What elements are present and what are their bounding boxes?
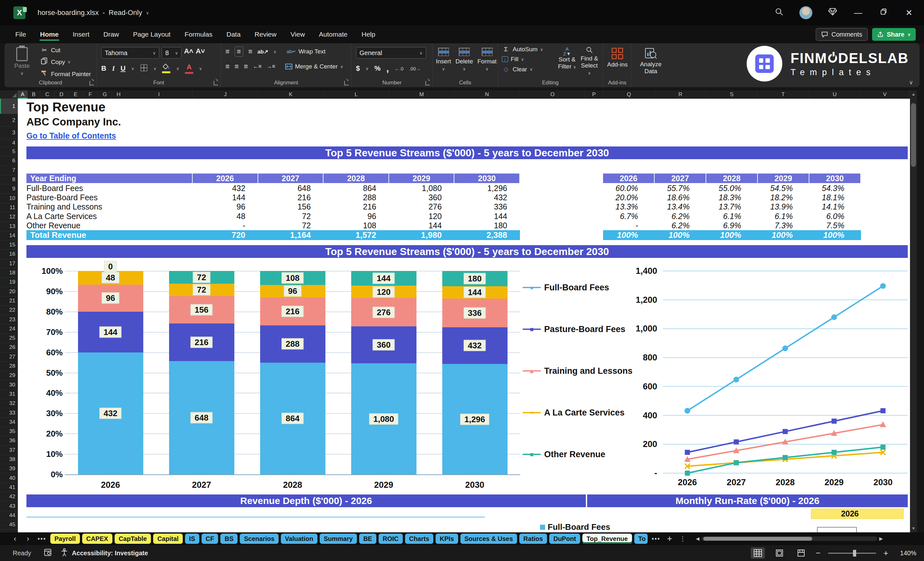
scroll-down-arrow[interactable]: ▼ xyxy=(910,525,917,532)
sheet-tab-captable[interactable]: CapTable xyxy=(115,534,151,544)
column-header-P[interactable]: P xyxy=(585,90,603,99)
sheet-tab-is[interactable]: IS xyxy=(185,534,200,544)
cell-value[interactable]: 1,296 xyxy=(454,184,520,193)
row-header-27[interactable]: 27 xyxy=(0,352,18,362)
sheet-tab-summary[interactable]: Summary xyxy=(320,534,357,544)
row-header-12[interactable]: 12 xyxy=(0,212,18,222)
row-header-43[interactable]: 43 xyxy=(0,501,18,511)
sheet-tab-valuation[interactable]: Valuation xyxy=(281,534,318,544)
sheet-tab-ratios[interactable]: Ratios xyxy=(519,534,547,544)
column-header-K[interactable]: K xyxy=(258,90,324,99)
collapse-ribbon-chevron[interactable]: ∨ xyxy=(909,79,913,86)
align-left-button[interactable]: ≡ xyxy=(225,62,230,70)
total-value[interactable]: 1,572 xyxy=(324,230,389,240)
sheet-tab-payroll[interactable]: Payroll xyxy=(50,534,80,544)
row-header-44[interactable]: 44 xyxy=(0,511,18,520)
cell-value[interactable]: 144 xyxy=(193,193,258,202)
pct-cell-value[interactable]: 13.3% xyxy=(603,202,655,212)
decrease-indent-button[interactable]: ←≡ xyxy=(253,63,262,70)
zoom-level[interactable]: 140% xyxy=(896,549,916,557)
row-header-40[interactable]: 40 xyxy=(0,474,18,483)
comma-format-button[interactable]: , xyxy=(386,63,389,74)
increase-decimal-button[interactable]: ←.0 xyxy=(395,66,404,71)
tab-more-right[interactable]: ••• xyxy=(650,535,662,543)
sheet-tab-be[interactable]: BE xyxy=(359,534,376,544)
row-header-36[interactable]: 36 xyxy=(0,436,18,446)
pct-total-value[interactable]: 100% xyxy=(603,230,655,240)
share-button[interactable]: Share ∨ xyxy=(872,28,916,41)
zoom-out-button[interactable]: − xyxy=(816,548,820,558)
runrate-year-cell[interactable]: 2026 xyxy=(811,508,904,519)
ribbon-tab-draw[interactable]: Draw xyxy=(98,27,125,41)
increase-indent-button[interactable]: →≡ xyxy=(267,63,275,70)
column-header-N[interactable]: N xyxy=(454,90,520,99)
sheet-tab-to[interactable]: To xyxy=(634,534,648,544)
column-header-S[interactable]: S xyxy=(706,90,758,99)
cell-value[interactable]: 96 xyxy=(193,202,258,212)
gem-premium-icon[interactable] xyxy=(827,8,838,18)
row-header-3[interactable]: 3 xyxy=(0,127,18,139)
ribbon-tab-view[interactable]: View xyxy=(285,27,310,41)
accessibility-status[interactable]: Accessibility: Investigate xyxy=(72,549,148,557)
page-layout-view-button[interactable] xyxy=(772,547,786,559)
pct-cell-value[interactable]: 18.6% xyxy=(655,193,706,202)
row-label[interactable]: Full-Board Fees xyxy=(26,184,193,193)
autosum-button[interactable]: ΣAutoSum ∨ xyxy=(502,46,543,53)
column-header-M[interactable]: M xyxy=(389,90,454,99)
pct-cell-value[interactable]: 6.2% xyxy=(655,212,706,221)
accessibility-icon[interactable] xyxy=(60,548,68,558)
pct-cell-value[interactable]: 13.4% xyxy=(655,202,706,212)
pct-cell-value[interactable]: 20.0% xyxy=(603,193,655,202)
pct-total-value[interactable]: 100% xyxy=(655,230,706,240)
row-label[interactable]: A La Carte Services xyxy=(26,212,193,221)
row-header-8[interactable]: 8 xyxy=(0,175,18,184)
column-header-E[interactable]: E xyxy=(69,90,83,99)
row-header-20[interactable]: 20 xyxy=(0,287,18,296)
cell-value[interactable]: 156 xyxy=(258,202,324,212)
column-header-V[interactable]: V xyxy=(861,90,909,99)
row-header-34[interactable]: 34 xyxy=(0,418,18,427)
clear-button[interactable]: ◇Clear ∨ xyxy=(502,66,543,73)
cell-value[interactable]: 360 xyxy=(389,193,454,202)
row-header-16[interactable]: 16 xyxy=(0,250,18,259)
cell-value[interactable]: 72 xyxy=(258,221,324,230)
pct-cell-value[interactable]: 54.3% xyxy=(809,184,861,193)
row-header-35[interactable]: 35 xyxy=(0,427,18,436)
pct-cell-value[interactable]: 18.2% xyxy=(758,193,809,202)
sheet-tab-capex[interactable]: CAPEX xyxy=(82,534,112,544)
row-header-24[interactable]: 24 xyxy=(0,324,18,334)
row-header-11[interactable]: 11 xyxy=(0,203,18,212)
zoom-slider-thumb[interactable] xyxy=(853,550,856,556)
row-header-30[interactable]: 30 xyxy=(0,381,18,390)
pct-total-value[interactable]: 100% xyxy=(758,230,809,240)
row-label[interactable]: Other Revenue xyxy=(26,221,193,230)
row-header-42[interactable]: 42 xyxy=(0,492,18,501)
row-header-33[interactable]: 33 xyxy=(0,408,18,417)
pct-cell-value[interactable]: 13.9% xyxy=(758,202,809,212)
ribbon-tab-home[interactable]: Home xyxy=(34,27,64,41)
sheet-tab-top-revenue[interactable]: Top_Revenue xyxy=(582,534,632,544)
row-header-28[interactable]: 28 xyxy=(0,362,18,371)
total-value[interactable]: 1,164 xyxy=(258,230,324,240)
insert-cells-button[interactable]: Insert∨ xyxy=(436,48,451,72)
pct-cell-value[interactable]: 13.7% xyxy=(706,202,758,212)
total-value[interactable]: 2,388 xyxy=(454,230,520,240)
pct-cell-value[interactable]: 6.1% xyxy=(758,212,809,221)
currency-format-button[interactable]: $ xyxy=(356,64,360,73)
sheet-tab-capital[interactable]: Capital xyxy=(153,534,183,544)
sheet-tab-sources-uses[interactable]: Sources & Uses xyxy=(460,534,517,544)
cell-value[interactable]: 144 xyxy=(454,212,520,221)
normal-view-button[interactable] xyxy=(751,547,765,559)
row-header-19[interactable]: 19 xyxy=(0,278,18,287)
horizontal-scroll-thumb[interactable] xyxy=(704,537,812,541)
ribbon-tab-automate[interactable]: Automate xyxy=(313,27,353,41)
pct-cell-value[interactable]: 60.0% xyxy=(603,184,655,193)
cell-value[interactable]: 336 xyxy=(454,202,520,212)
cell-value[interactable]: 120 xyxy=(389,212,454,221)
sort-filter-button[interactable]: AZ▼ Sort & Filter ∨ xyxy=(557,46,577,70)
row-header-9[interactable]: 9 xyxy=(0,184,18,194)
row-header-21[interactable]: 21 xyxy=(0,296,18,306)
row-label[interactable]: Training and Lessons xyxy=(26,202,193,212)
column-header-F[interactable]: F xyxy=(83,90,98,99)
ribbon-tab-page-layout[interactable]: Page Layout xyxy=(128,27,176,41)
